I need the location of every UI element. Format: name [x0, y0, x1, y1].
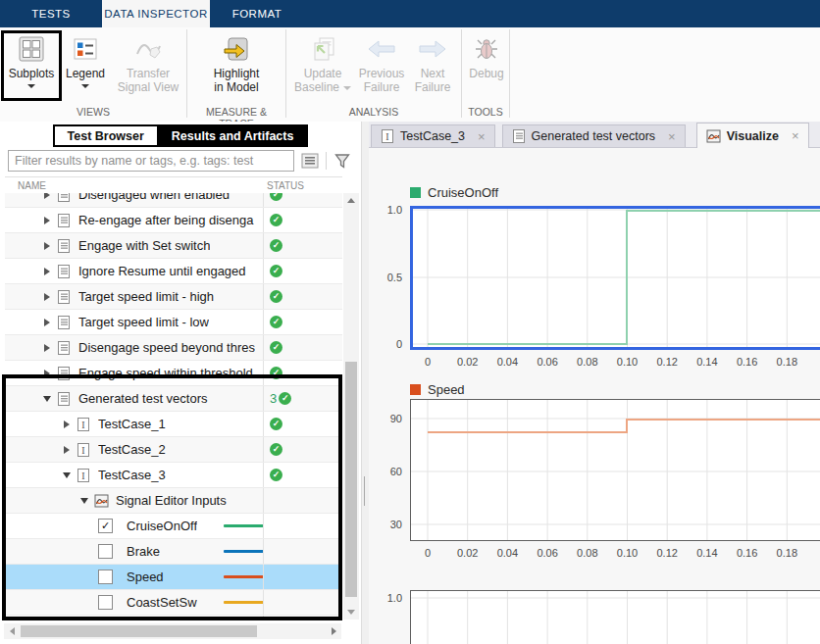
- close-icon[interactable]: ×: [668, 129, 676, 144]
- tab-tests[interactable]: TESTS: [0, 0, 102, 27]
- pass-count: 3: [270, 391, 277, 406]
- row-label: Signal Editor Inputs: [116, 493, 227, 508]
- update-baseline-line2: Baseline: [294, 80, 339, 94]
- scroll-right-button[interactable]: [326, 623, 341, 639]
- report-list-icon[interactable]: [299, 151, 321, 171]
- filter-results-input[interactable]: [8, 150, 294, 172]
- group-separator: [461, 29, 462, 118]
- row-name-cell: Target speed limit - high: [5, 284, 299, 309]
- tree-row-generated-test-vectors[interactable]: Generated test vectors3✓: [5, 386, 342, 412]
- horizontal-scrollbar-thumb[interactable]: [21, 625, 257, 637]
- scroll-up-button[interactable]: [343, 193, 359, 208]
- tab-test-browser[interactable]: Test Browser: [53, 124, 157, 147]
- row-status-cell: ✓: [263, 193, 342, 207]
- caret-expanded-icon[interactable]: [61, 472, 72, 478]
- caret-collapsed-icon[interactable]: [41, 293, 52, 301]
- debug-button[interactable]: Debug: [465, 31, 508, 80]
- doc-tab-generated-test-vectors[interactable]: Generated test vectors ×: [502, 124, 686, 147]
- subplots-button[interactable]: Subplots: [4, 31, 59, 88]
- tree-row-disengage-speed-beyond-thres[interactable]: Disengage speed beyond thres✓: [5, 335, 342, 361]
- caret-collapsed-icon[interactable]: [61, 421, 72, 428]
- x-tick-label: 0.12: [656, 356, 677, 368]
- signal-checkbox[interactable]: [98, 570, 113, 584]
- doc-icon: [56, 289, 72, 305]
- tree-row-cruiseonoff[interactable]: ✓CruiseOnOff: [5, 514, 342, 539]
- y-tick-label: 1.0: [369, 592, 402, 604]
- caret-collapsed-icon[interactable]: [41, 217, 52, 224]
- scroll-down-button[interactable]: [343, 605, 359, 619]
- caret-collapsed-icon[interactable]: [41, 344, 52, 352]
- caret-collapsed-icon[interactable]: [41, 242, 52, 250]
- subplot-cruiseonoff[interactable]: [410, 206, 820, 350]
- group-separator: [186, 29, 187, 118]
- tree-row-engage-speed-within-threshold[interactable]: Engage speed within threshold✓: [5, 361, 342, 386]
- caret-expanded-icon[interactable]: [78, 498, 89, 504]
- vertical-scrollbar[interactable]: [343, 193, 359, 619]
- next-failure-button[interactable]: Next Failure: [408, 31, 457, 94]
- filter-funnel-icon[interactable]: [332, 151, 353, 171]
- row-label: Ignore Resume until engaged: [78, 264, 246, 278]
- doc-tab-visualize[interactable]: Visualize ×: [696, 123, 809, 148]
- subplot-speed[interactable]: [410, 399, 820, 541]
- tree-row-disengaged-when-enabled[interactable]: Disengaged when enabled✓: [5, 193, 342, 208]
- legend-button[interactable]: Legend: [61, 31, 110, 88]
- inspector-panel: I TestCase_3 × Generated test vectors × …: [369, 122, 820, 644]
- passed-check-icon: ✓: [270, 418, 282, 430]
- caret-collapsed-icon[interactable]: [41, 268, 52, 275]
- signal-checkbox[interactable]: [98, 544, 113, 559]
- tree-row-testcase-3[interactable]: ITestCase_3✓: [5, 463, 342, 488]
- tab-results-and-artifacts[interactable]: Results and Artifacts: [157, 124, 309, 147]
- row-label: Target speed limit - low: [78, 315, 209, 329]
- tab-format[interactable]: FORMAT: [210, 0, 304, 27]
- update-baseline-button[interactable]: Update Baseline: [290, 31, 355, 94]
- signal-checkbox[interactable]: ✓: [98, 519, 113, 533]
- tree-row-accelressw[interactable]: AccelResSw: [5, 616, 342, 619]
- legend-icon: [74, 31, 97, 67]
- x-tick-label: 0.12: [656, 547, 677, 559]
- results-tree: Disengaged when enabled✓Re-engage after …: [5, 193, 342, 619]
- x-tick-label: 0.14: [696, 356, 717, 368]
- row-status-cell: ✓: [263, 233, 342, 258]
- caret-expanded-icon[interactable]: [41, 396, 52, 402]
- caret-collapsed-icon[interactable]: [41, 193, 52, 199]
- x-tick-label: 0.06: [537, 356, 557, 368]
- passed-check-icon: ✓: [270, 193, 282, 201]
- browser-results-tab-bar: Test Browser Results and Artifacts: [0, 124, 361, 147]
- scroll-left-button[interactable]: [4, 623, 20, 639]
- caret-collapsed-icon[interactable]: [41, 319, 52, 326]
- signal-checkbox[interactable]: [98, 595, 113, 610]
- row-status-cell: ✓: [263, 284, 342, 309]
- close-icon[interactable]: ×: [478, 129, 486, 144]
- row-name-cell: Ignore Resume until engaged: [5, 259, 299, 283]
- tree-row-testcase-2[interactable]: ITestCase_2✓: [5, 437, 342, 463]
- previous-failure-button[interactable]: Previous Failure: [356, 31, 407, 94]
- highlight-in-model-button[interactable]: Highlight in Model: [196, 31, 277, 94]
- doc-tab-testcase-3[interactable]: I TestCase_3 ×: [371, 124, 495, 147]
- tree-row-speed[interactable]: Speed: [5, 565, 342, 590]
- doc-icon: [56, 315, 72, 330]
- transfer-label-line1: Transfer: [127, 67, 170, 80]
- transfer-signal-view-button[interactable]: Transfer Signal View: [110, 31, 186, 94]
- tree-row-target-speed-limit-low[interactable]: Target speed limit - low✓: [5, 310, 342, 335]
- horizontal-scrollbar[interactable]: [4, 623, 341, 639]
- tree-row-signal-editor-inputs[interactable]: Signal Editor Inputs: [5, 488, 342, 514]
- caret-collapsed-icon[interactable]: [41, 370, 52, 377]
- tree-row-testcase-1[interactable]: ITestCase_1✓: [5, 412, 342, 437]
- row-status-cell: ✓: [263, 259, 342, 283]
- tree-row-engage-with-set-switch[interactable]: Engage with Set switch✓: [5, 233, 342, 259]
- subplot-empty[interactable]: [410, 590, 820, 644]
- tree-row-ignore-resume-until-engaged[interactable]: Ignore Resume until engaged✓: [5, 259, 342, 284]
- update-baseline-line1: Update: [304, 67, 342, 80]
- x-tick-label: 0.02: [457, 356, 478, 368]
- caret-collapsed-icon[interactable]: [61, 446, 72, 454]
- passed-check-icon: ✓: [270, 316, 282, 328]
- tab-data-inspector[interactable]: DATA INSPECTOR: [102, 0, 210, 27]
- tree-row-target-speed-limit-high[interactable]: Target speed limit - high✓: [5, 284, 342, 310]
- tree-row-re-engage-after-being-disenga[interactable]: Re-engage after being disenga✓: [5, 208, 342, 233]
- row-status-cell: ✓: [263, 412, 342, 436]
- tree-row-coastsetsw[interactable]: CoastSetSw: [5, 590, 342, 616]
- vertical-scrollbar-thumb[interactable]: [345, 362, 357, 597]
- x-tick-label: 0.04: [497, 547, 518, 559]
- close-icon[interactable]: ×: [792, 128, 799, 143]
- tree-row-brake[interactable]: Brake: [5, 539, 342, 565]
